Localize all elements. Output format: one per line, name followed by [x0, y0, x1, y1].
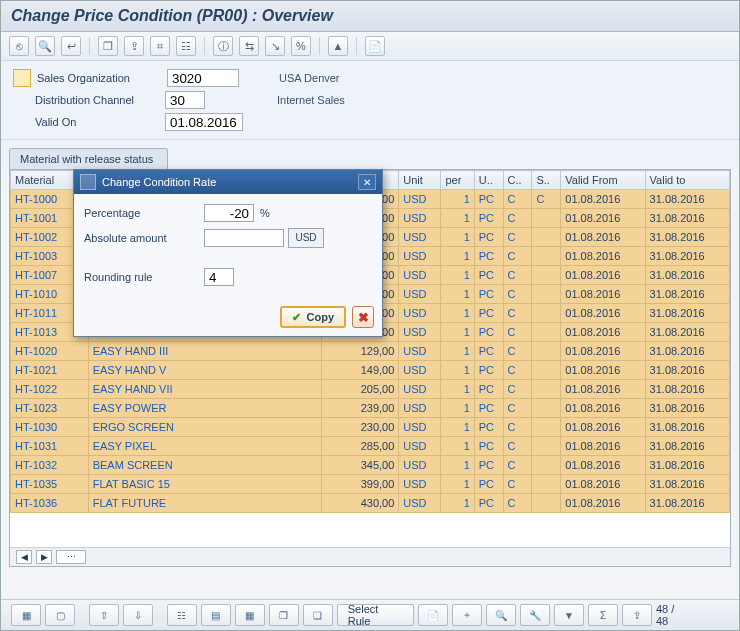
cal-type-cell[interactable]: C: [503, 190, 532, 209]
valid-to-cell[interactable]: 31.08.2016: [645, 190, 729, 209]
cal-type-cell[interactable]: C: [503, 285, 532, 304]
unit-cell[interactable]: USD: [399, 304, 441, 323]
cal-type-cell[interactable]: C: [503, 342, 532, 361]
amount-cell[interactable]: 345,00: [321, 456, 399, 475]
valid-from-cell[interactable]: 01.08.2016: [561, 285, 645, 304]
unit-cell[interactable]: USD: [399, 437, 441, 456]
cal-type-cell[interactable]: C: [503, 247, 532, 266]
dist-channel-input[interactable]: [165, 91, 205, 109]
unit-cell[interactable]: USD: [399, 475, 441, 494]
valid-from-cell[interactable]: 01.08.2016: [561, 247, 645, 266]
table-row[interactable]: HT-1031EASY PIXEL285,00USD1PCC01.08.2016…: [11, 437, 730, 456]
valid-from-cell[interactable]: 01.08.2016: [561, 209, 645, 228]
export-button[interactable]: ⇪: [622, 604, 652, 626]
paste-button[interactable]: ❏: [303, 604, 333, 626]
uom-cell[interactable]: PC: [474, 266, 503, 285]
description-cell[interactable]: EASY PIXEL: [88, 437, 321, 456]
description-cell[interactable]: EASY HAND V: [88, 361, 321, 380]
new-button[interactable]: ＋: [452, 604, 482, 626]
valid-to-cell[interactable]: 31.08.2016: [645, 304, 729, 323]
valid-from-cell[interactable]: 01.08.2016: [561, 304, 645, 323]
column-header[interactable]: U..: [474, 171, 503, 190]
cal-type-cell[interactable]: C: [503, 228, 532, 247]
cal-type-cell[interactable]: C: [503, 399, 532, 418]
per-cell[interactable]: 1: [441, 437, 474, 456]
per-cell[interactable]: 1: [441, 418, 474, 437]
per-cell[interactable]: 1: [441, 304, 474, 323]
amount-cell[interactable]: 239,00: [321, 399, 399, 418]
valid-to-cell[interactable]: 31.08.2016: [645, 380, 729, 399]
cal-type-cell[interactable]: C: [503, 494, 532, 513]
per-cell[interactable]: 1: [441, 228, 474, 247]
dialog-close-button[interactable]: ✕: [358, 174, 376, 190]
per-cell[interactable]: 1: [441, 361, 474, 380]
per-cell[interactable]: 1: [441, 456, 474, 475]
valid-from-cell[interactable]: 01.08.2016: [561, 475, 645, 494]
table-row[interactable]: HT-1036FLAT FUTURE430,00USD1PCC01.08.201…: [11, 494, 730, 513]
uom-cell[interactable]: PC: [474, 342, 503, 361]
per-cell[interactable]: 1: [441, 266, 474, 285]
amount-cell[interactable]: 149,00: [321, 361, 399, 380]
unit-cell[interactable]: USD: [399, 380, 441, 399]
description-cell[interactable]: FLAT FUTURE: [88, 494, 321, 513]
unit-cell[interactable]: USD: [399, 285, 441, 304]
doc-button[interactable]: 📄: [418, 604, 448, 626]
valid-from-cell[interactable]: 01.08.2016: [561, 266, 645, 285]
uom-cell[interactable]: PC: [474, 494, 503, 513]
amount-cell[interactable]: 230,00: [321, 418, 399, 437]
scale-cell[interactable]: [532, 399, 561, 418]
valid-from-cell[interactable]: 01.08.2016: [561, 437, 645, 456]
scale-cell[interactable]: [532, 418, 561, 437]
toolbar-copy-icon[interactable]: ❐: [98, 36, 118, 56]
amount-cell[interactable]: 430,00: [321, 494, 399, 513]
scale-cell[interactable]: [532, 304, 561, 323]
toolbar-export-icon[interactable]: ⇪: [124, 36, 144, 56]
valid-to-cell[interactable]: 31.08.2016: [645, 209, 729, 228]
valid-to-cell[interactable]: 31.08.2016: [645, 228, 729, 247]
scale-cell[interactable]: [532, 380, 561, 399]
cal-type-cell[interactable]: C: [503, 209, 532, 228]
valid-to-cell[interactable]: 31.08.2016: [645, 266, 729, 285]
amount-cell[interactable]: 399,00: [321, 475, 399, 494]
scale-cell[interactable]: [532, 342, 561, 361]
sum-button[interactable]: Σ: [588, 604, 618, 626]
table-row[interactable]: HT-1021EASY HAND V149,00USD1PCC01.08.201…: [11, 361, 730, 380]
material-cell[interactable]: HT-1021: [11, 361, 89, 380]
per-cell[interactable]: 1: [441, 380, 474, 399]
cal-type-cell[interactable]: C: [503, 361, 532, 380]
valid-to-cell[interactable]: 31.08.2016: [645, 285, 729, 304]
scale-cell[interactable]: [532, 209, 561, 228]
toolbar-find-icon[interactable]: 🔍: [35, 36, 55, 56]
sort-asc-button[interactable]: ⇧: [89, 604, 119, 626]
layout-button[interactable]: ☷: [167, 604, 197, 626]
cal-type-cell[interactable]: C: [503, 418, 532, 437]
deselect-all-button[interactable]: ▢: [45, 604, 75, 626]
amount-cell[interactable]: 285,00: [321, 437, 399, 456]
material-cell[interactable]: HT-1020: [11, 342, 89, 361]
table-row[interactable]: HT-1023EASY POWER239,00USD1PCC01.08.2016…: [11, 399, 730, 418]
per-cell[interactable]: 1: [441, 190, 474, 209]
cal-type-cell[interactable]: C: [503, 456, 532, 475]
copy-button-bb[interactable]: ❐: [269, 604, 299, 626]
cal-type-cell[interactable]: C: [503, 323, 532, 342]
sort-button[interactable]: ▼: [554, 604, 584, 626]
unit-cell[interactable]: USD: [399, 190, 441, 209]
valid-to-cell[interactable]: 31.08.2016: [645, 361, 729, 380]
currency-display[interactable]: USD: [288, 228, 324, 248]
table-row[interactable]: HT-1020EASY HAND III129,00USD1PCC01.08.2…: [11, 342, 730, 361]
valid-from-cell[interactable]: 01.08.2016: [561, 190, 645, 209]
find-button[interactable]: 🔍: [486, 604, 516, 626]
valid-to-cell[interactable]: 31.08.2016: [645, 475, 729, 494]
uom-cell[interactable]: PC: [474, 418, 503, 437]
toolbar-doc-icon[interactable]: 📄: [365, 36, 385, 56]
material-cell[interactable]: HT-1030: [11, 418, 89, 437]
unit-cell[interactable]: USD: [399, 494, 441, 513]
description-cell[interactable]: FLAT BASIC 15: [88, 475, 321, 494]
uom-cell[interactable]: PC: [474, 475, 503, 494]
valid-to-cell[interactable]: 31.08.2016: [645, 494, 729, 513]
percentage-input[interactable]: [204, 204, 254, 222]
scale-cell[interactable]: [532, 494, 561, 513]
table-row[interactable]: HT-1032BEAM SCREEN345,00USD1PCC01.08.201…: [11, 456, 730, 475]
scale-cell[interactable]: [532, 323, 561, 342]
scroll-right-icon[interactable]: ▶: [36, 550, 52, 564]
